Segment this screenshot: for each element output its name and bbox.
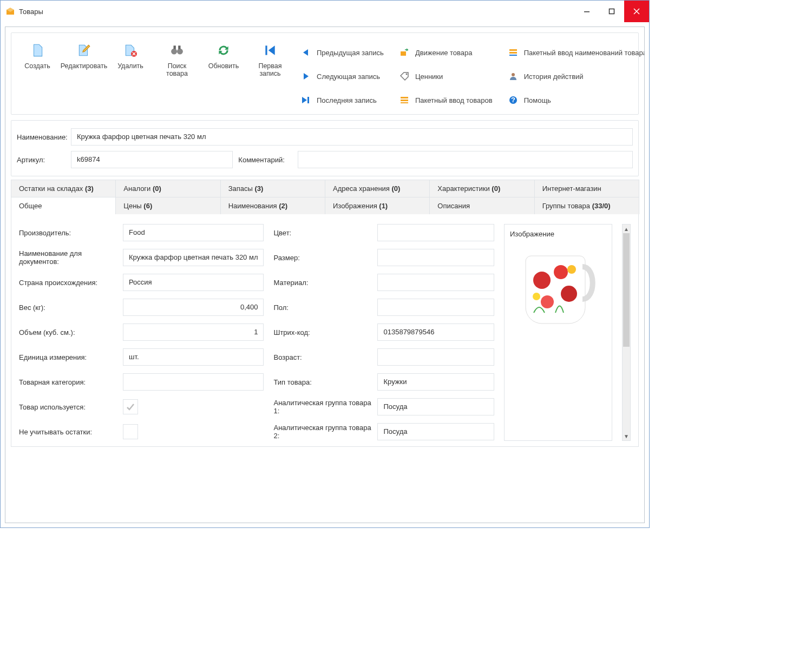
prev-record-link[interactable]: Предыдущая запись — [300, 43, 384, 62]
image-preview: Изображение — [504, 224, 612, 441]
name-label: Наименование: — [17, 133, 71, 141]
barcode-field[interactable]: 0135879879546 — [377, 324, 494, 341]
tab-online-store[interactable]: Интернет-магазин — [534, 180, 639, 197]
list-orange-icon — [508, 47, 519, 58]
vertical-scrollbar[interactable]: ▲ ▼ — [622, 224, 631, 441]
svg-rect-7 — [174, 45, 176, 49]
age-field[interactable] — [377, 348, 494, 366]
tab-images[interactable]: Изображения (1) — [325, 197, 430, 214]
svg-point-30 — [567, 265, 576, 274]
type-field[interactable]: Кружки — [377, 373, 494, 391]
tab-descriptions[interactable]: Описания — [429, 197, 534, 214]
titlebar: Товары — [1, 1, 649, 22]
content: Создать Редактировать Удалить Поиск това… — [5, 27, 645, 523]
agroup2-label: Аналитическая группа товара 2: — [273, 424, 373, 440]
svg-point-31 — [533, 293, 540, 300]
list-orange-icon — [399, 95, 410, 105]
barcode-label: Штрих-код: — [273, 328, 373, 336]
delete-button[interactable]: Удалить — [110, 43, 151, 110]
next-record-link[interactable]: Следующая запись — [300, 67, 384, 86]
svg-marker-16 — [304, 73, 309, 80]
box-arrow-icon — [399, 47, 410, 58]
tab-prices[interactable]: Цены (6) — [115, 197, 220, 214]
svg-marker-10 — [269, 45, 275, 55]
document-new-icon — [30, 43, 45, 58]
help-link[interactable]: ?Помощь — [508, 90, 645, 110]
svg-rect-21 — [401, 97, 408, 98]
goods-movement-link[interactable]: Движение товара — [399, 43, 493, 62]
manufacturer-field[interactable]: Food — [123, 224, 264, 241]
tab-stock[interactable]: Остатки на складах (3) — [11, 180, 116, 197]
svg-point-28 — [561, 286, 577, 302]
ignore-stock-checkbox[interactable] — [123, 424, 138, 439]
column-left: Производитель:Food Наименование для доку… — [19, 224, 264, 441]
tab-groups[interactable]: Группы товара (33/0) — [534, 197, 639, 214]
inuse-label: Товар используется: — [19, 403, 119, 411]
country-field[interactable]: Россия — [123, 274, 264, 291]
search-button[interactable]: Поиск товара — [156, 43, 198, 110]
docname-label: Наименование для документов: — [19, 249, 119, 266]
document-edit-icon — [76, 43, 91, 58]
edit-button[interactable]: Редактировать — [63, 43, 104, 110]
sku-input[interactable]: k69874 — [71, 151, 233, 168]
batch-names-link[interactable]: Пакетный ввод наименований товара — [508, 43, 645, 62]
mug-image — [518, 242, 599, 329]
tab-analogs[interactable]: Аналоги (0) — [115, 180, 220, 197]
help-icon: ? — [508, 95, 519, 105]
history-link[interactable]: История действий — [508, 67, 645, 86]
header-block: Наименование: Кружка фарфор цветная печа… — [11, 120, 639, 176]
size-field[interactable] — [377, 249, 494, 266]
svg-marker-19 — [302, 97, 307, 103]
gender-field[interactable] — [377, 299, 494, 316]
first-record-button[interactable]: Первая запись — [250, 43, 291, 110]
scroll-thumb[interactable] — [623, 233, 630, 347]
material-field[interactable] — [377, 274, 494, 291]
name-input[interactable]: Кружка фарфор цветная печать 320 мл — [71, 128, 633, 146]
tab-general[interactable]: Общее — [11, 197, 116, 214]
binoculars-icon — [169, 43, 185, 58]
refresh-icon — [216, 43, 231, 58]
column-right: Цвет: Размер: Материал: Пол: Штрих-код:0… — [273, 224, 494, 441]
app-window: Товары Создать Редактировать Удалить — [0, 0, 650, 528]
svg-text:?: ? — [511, 96, 515, 104]
tab-characteristics[interactable]: Характеристики (0) — [429, 180, 534, 197]
unit-field[interactable]: шт. — [123, 348, 264, 366]
last-record-link[interactable]: Последняя запись — [300, 90, 384, 110]
close-button[interactable] — [624, 1, 649, 22]
refresh-button[interactable]: Обновить — [203, 43, 244, 110]
comment-input[interactable] — [298, 151, 633, 168]
tab-storage[interactable]: Адреса хранения (0) — [325, 180, 430, 197]
toolbar: Создать Редактировать Удалить Поиск това… — [11, 32, 639, 115]
volume-label: Объем (куб. см.): — [19, 328, 119, 336]
svg-rect-2 — [584, 11, 590, 12]
triangle-right-icon — [300, 71, 311, 82]
svg-point-29 — [541, 295, 554, 308]
agroup1-field[interactable]: Посуда — [377, 398, 494, 415]
volume-field[interactable]: 1 — [123, 324, 264, 341]
svg-rect-9 — [265, 45, 267, 55]
svg-rect-3 — [610, 9, 614, 14]
svg-point-27 — [554, 265, 568, 279]
color-field[interactable] — [377, 224, 494, 241]
tab-names[interactable]: Наименования (2) — [220, 197, 325, 214]
category-field[interactable] — [123, 373, 264, 391]
weight-label: Вес (кг): — [19, 303, 119, 312]
svg-rect-13 — [509, 49, 517, 51]
svg-rect-15 — [509, 55, 517, 56]
maximize-button[interactable] — [599, 1, 624, 22]
material-label: Материал: — [273, 279, 373, 287]
agroup1-label: Аналитическая группа товара 1: — [273, 399, 373, 415]
scroll-up-icon[interactable]: ▲ — [623, 225, 630, 233]
agroup2-field[interactable]: Посуда — [377, 423, 494, 440]
minimize-button[interactable] — [574, 1, 599, 22]
inuse-checkbox[interactable] — [123, 399, 138, 414]
tab-reserves[interactable]: Запасы (3) — [220, 180, 325, 197]
age-label: Возраст: — [273, 353, 373, 361]
create-button[interactable]: Создать — [17, 43, 58, 110]
app-icon — [6, 7, 15, 16]
pricetags-link[interactable]: Ценники — [399, 67, 493, 86]
weight-field[interactable]: 0,400 — [123, 299, 264, 316]
scroll-down-icon[interactable]: ▼ — [623, 432, 630, 440]
docname-field[interactable]: Кружка фарфор цветная печать 320 мл — [123, 249, 264, 266]
batch-goods-link[interactable]: Пакетный ввод товаров — [399, 90, 493, 110]
